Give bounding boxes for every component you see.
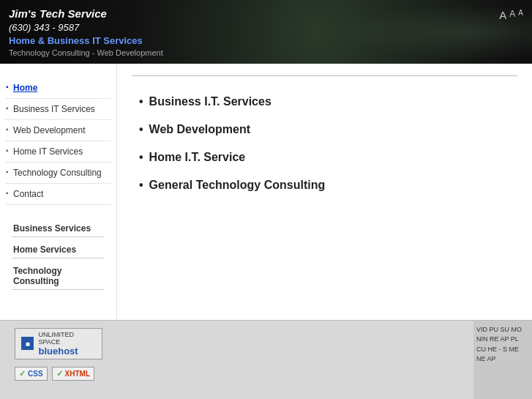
sidebar-item-divider	[0, 96, 116, 101]
font-size-controls: A A A	[499, 6, 523, 21]
css-valid-badge[interactable]: ✓ CSS	[15, 367, 48, 381]
sidebar: Home Business IT Services Web Developmen…	[0, 64, 117, 320]
sidebar-item-home[interactable]: Home	[0, 80, 116, 96]
service-item-3: Home I.T. Service	[132, 143, 517, 171]
sidebar-link-home[interactable]: Home	[0, 81, 116, 94]
bluehost-top-text: UNLIMITED SPACE	[38, 331, 96, 346]
css-label: CSS	[28, 370, 43, 378]
sidebar-link-web-dev[interactable]: Web Development	[0, 124, 116, 137]
html-check-icon: ✓	[56, 369, 63, 379]
sidebar-item-divider6	[0, 202, 116, 207]
sidebar-section-home: Home Services	[6, 242, 110, 256]
site-title: Jim's Tech Service	[9, 6, 163, 21]
sidebar-item-divider2	[0, 117, 116, 122]
html-label: XHTML	[65, 370, 90, 378]
sidebar-item-tech-consulting[interactable]: Technology Consulting	[0, 165, 116, 181]
sidebar-item-business-it[interactable]: Business IT Services	[0, 101, 116, 117]
site-subtitle: Technology Consulting - Web Development	[9, 48, 163, 59]
sidebar-item-contact[interactable]: Contact	[0, 186, 116, 202]
footer-left: ■ UNLIMITED SPACE bluehost ✓ CSS ✓ XHTML	[15, 328, 102, 381]
html-valid-badge[interactable]: ✓ XHTML	[52, 367, 94, 381]
footer-right-text: VID PU SU MO NIN RE AP PL CU HE - S ME N…	[473, 321, 532, 399]
sidebar-link-home-it[interactable]: Home IT Services	[0, 145, 116, 158]
service-item-4: General Technology Consulting	[132, 171, 517, 199]
main-layout: Home Business IT Services Web Developmen…	[0, 64, 532, 320]
site-phone: (630) 343 - 9587	[9, 21, 163, 34]
bluehost-main-text: bluehost	[38, 346, 78, 357]
bluehost-badge[interactable]: ■ UNLIMITED SPACE bluehost	[15, 328, 102, 359]
content-divider	[132, 75, 517, 76]
bluehost-icon: ■	[21, 337, 34, 350]
css-check-icon: ✓	[19, 369, 26, 379]
sidebar-item-divider3	[0, 138, 116, 143]
sidebar-item-web-dev[interactable]: Web Development	[0, 122, 116, 138]
footer-validation: ✓ CSS ✓ XHTML	[15, 367, 102, 381]
sidebar-section-business: Business Services	[6, 220, 110, 235]
sidebar-item-home-it[interactable]: Home IT Services	[0, 143, 116, 160]
sidebar-item-divider5	[0, 181, 116, 186]
sidebar-item-divider4	[0, 160, 116, 165]
font-size-large-button[interactable]: A	[499, 9, 506, 21]
sidebar-link-tech-consulting[interactable]: Technology Consulting	[0, 166, 116, 179]
footer: ■ UNLIMITED SPACE bluehost ✓ CSS ✓ XHTML…	[0, 320, 532, 399]
sidebar-section-tech: Technology Consulting	[6, 263, 110, 288]
font-size-small-button[interactable]: A	[518, 9, 523, 17]
sidebar-link-contact[interactable]: Contact	[0, 187, 116, 201]
service-item-2: Web Development	[132, 116, 517, 143]
sidebar-link-business-it[interactable]: Business IT Services	[0, 102, 116, 116]
content-area: Business I.T. Services Web Development H…	[117, 64, 532, 320]
services-list: Business I.T. Services Web Development H…	[132, 88, 517, 199]
header: Jim's Tech Service (630) 343 - 9587 Home…	[0, 0, 532, 64]
site-tagline: Home & Business IT Services	[9, 34, 163, 48]
header-left: Jim's Tech Service (630) 343 - 9587 Home…	[9, 6, 163, 59]
sidebar-nav: Home Business IT Services Web Developmen…	[0, 75, 116, 212]
service-item-1: Business I.T. Services	[132, 88, 517, 116]
footer-right-content: VID PU SU MO NIN RE AP PL CU HE - S ME N…	[476, 326, 522, 363]
bluehost-text: UNLIMITED SPACE bluehost	[38, 331, 96, 357]
bluehost-icon-symbol: ■	[26, 340, 30, 348]
font-size-medium-button[interactable]: A	[509, 9, 515, 19]
